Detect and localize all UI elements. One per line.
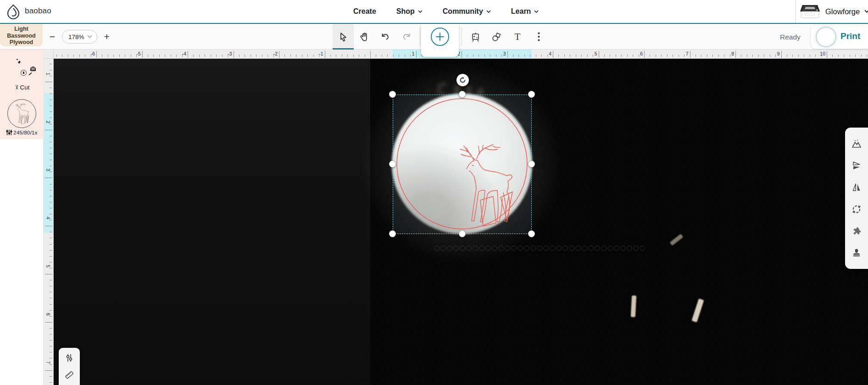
chevron-down-icon (418, 10, 423, 13)
ruler-tick (621, 55, 622, 57)
ruler-tick (211, 55, 211, 57)
flip-vertical-button[interactable] (851, 161, 862, 171)
photo-effects-button[interactable] (851, 139, 862, 149)
ruler-tick (108, 55, 108, 57)
kebab-icon (538, 32, 540, 41)
ruler-tick (382, 55, 382, 57)
ruler-tick (62, 55, 62, 57)
ruler-tick (530, 55, 530, 57)
trace-tool-button[interactable] (465, 24, 486, 50)
ruler-tick (353, 55, 354, 57)
stamp-tool-button[interactable] (851, 248, 862, 258)
glowforge-leaf-icon[interactable] (6, 4, 20, 19)
ruler-tick (193, 55, 194, 57)
ruler-tick (599, 51, 599, 58)
pan-tool-button[interactable] (354, 24, 375, 50)
ruler-tick (650, 55, 650, 57)
set-focus-button[interactable] (65, 353, 74, 363)
step-manual-settings[interactable]: 245/80/1x (0, 129, 44, 136)
flip-vertical-icon (851, 161, 862, 171)
artboard-sparkle-icon (470, 32, 481, 42)
cursor-icon (338, 32, 348, 42)
ruler-tick (513, 55, 513, 57)
print-button[interactable] (816, 27, 836, 47)
ruler-tick (770, 55, 770, 57)
shapes-tool-button[interactable] (486, 24, 507, 50)
rotate-handle[interactable] (456, 74, 469, 86)
ruler-tick (616, 55, 616, 57)
ruler-tick (387, 55, 388, 57)
nav-learn[interactable]: Learn (511, 7, 539, 16)
selection-bounding-box[interactable] (393, 95, 532, 234)
ruler-tick (205, 55, 205, 57)
flip-horizontal-button[interactable] (851, 182, 862, 192)
ruler-tick (861, 55, 862, 57)
print-label[interactable]: Print (840, 31, 860, 41)
primary-nav: Create Shop Community Learn (353, 0, 539, 23)
measure-button[interactable] (64, 370, 74, 380)
ruler-tick (216, 55, 217, 57)
more-tools-button[interactable] (528, 24, 549, 50)
workspace-canvas[interactable] (54, 59, 868, 385)
ruler-tick (68, 55, 68, 57)
resize-handle-sw[interactable] (389, 230, 396, 237)
select-tool-button[interactable] (333, 24, 354, 50)
ruler-tick (490, 55, 490, 57)
resize-handle-s[interactable] (459, 230, 466, 237)
ruler-tick (256, 55, 256, 57)
step-cut[interactable]: ✂Cut (0, 84, 44, 91)
ruler-label: 3 (45, 168, 51, 175)
redo-button[interactable] (396, 24, 417, 50)
ruler-tick (50, 166, 52, 166)
ruler-label: 4 (543, 51, 551, 56)
ruler-tick (610, 55, 610, 57)
ruler-tick (644, 51, 645, 58)
ruler-tick (279, 51, 279, 58)
ruler-tick (50, 286, 52, 286)
nav-community[interactable]: Community (443, 7, 491, 16)
apps-button[interactable] (851, 226, 862, 236)
ruler-label: 1 (406, 51, 415, 56)
ruler-tick (855, 55, 856, 57)
ruler-tick (661, 55, 662, 57)
focus-sliders-icon (65, 353, 74, 363)
add-artwork-button[interactable] (431, 28, 449, 46)
printer-photo-icon (799, 5, 821, 19)
nav-shop[interactable]: Shop (396, 7, 423, 16)
resize-handle-ne[interactable] (528, 91, 535, 98)
nav-create[interactable]: Create (353, 7, 376, 16)
device-selector[interactable]: Glowforge (799, 0, 868, 23)
ruler-tick (159, 55, 160, 57)
resize-handle-se[interactable] (528, 230, 535, 237)
zoom-level-dropdown[interactable]: 178% (62, 30, 97, 44)
ruler-tick (222, 55, 223, 57)
resize-handle-w[interactable] (389, 161, 396, 167)
ruler-tick (50, 292, 52, 292)
outline-effects-button[interactable] (851, 204, 862, 215)
horizontal-ruler: -6-5-4-3-2-112345678910 (54, 50, 868, 59)
resize-handle-n[interactable] (459, 91, 466, 98)
tool-strip (333, 24, 423, 50)
ruler-tick (376, 55, 376, 57)
ruler-tick (131, 55, 131, 57)
zoom-in-button[interactable]: + (101, 30, 112, 43)
add-artwork-card (421, 24, 459, 57)
ruler-tick (576, 55, 576, 57)
ruler-tick (45, 82, 52, 82)
selected-steps-group[interactable]: ✂Cut 245/80/1x (0, 46, 44, 139)
ruler-tick (50, 190, 52, 190)
design-title[interactable]: baobao (25, 6, 51, 16)
material-button[interactable]: Light Basswood Plywood (0, 24, 43, 46)
resize-handle-e[interactable] (528, 161, 535, 167)
step-engrave-thumbnail[interactable] (7, 99, 36, 128)
undo-button[interactable] (375, 24, 396, 50)
resize-handle-nw[interactable] (389, 91, 396, 98)
zoom-out-button[interactable]: − (47, 30, 58, 43)
ruler-tick (541, 55, 542, 57)
ruler-tick (536, 55, 536, 57)
ruler-tick (125, 55, 125, 57)
text-tool-button[interactable]: T (507, 24, 528, 50)
top-nav-bar: baobao Create Shop Community Learn Glowf… (0, 0, 868, 24)
ruler-tick (752, 55, 753, 57)
ruler-tick (570, 55, 570, 57)
